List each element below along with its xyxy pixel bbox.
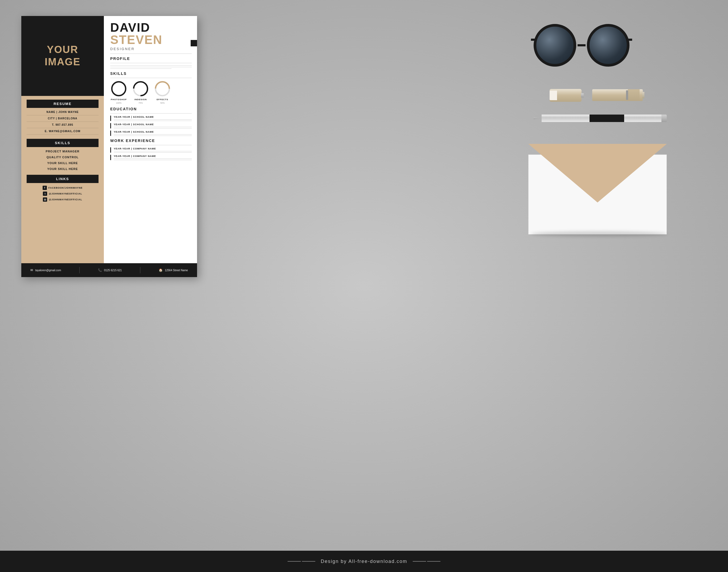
effects-circle bbox=[154, 80, 171, 97]
edu-line-1b bbox=[114, 121, 192, 121]
divider-profile bbox=[110, 63, 192, 63]
skills-section-label: SKILLS bbox=[27, 139, 98, 147]
phone-icon: 📞 bbox=[98, 268, 102, 272]
info-name: NAME | JOHN WAYNE bbox=[27, 111, 98, 115]
skill-indesign: INDESIGN 75% bbox=[132, 80, 149, 104]
sunglasses-visual bbox=[531, 19, 632, 72]
exp-content-1: YEAR-YEAR | COMPANY NAME bbox=[114, 147, 192, 153]
skill-effects: EFFECTS 50% bbox=[154, 80, 171, 104]
usb-drives bbox=[550, 88, 645, 102]
envelope-visual bbox=[528, 144, 667, 234]
skill-2: QUALITY CONTROL bbox=[21, 156, 104, 159]
effects-label: EFFECTS bbox=[157, 98, 168, 101]
edu-content-3: YEAR-YEAR | SCHOOL NAME bbox=[114, 131, 192, 136]
edu-line-3b bbox=[114, 136, 192, 136]
indesign-label: INDESIGN bbox=[135, 98, 147, 101]
skill-3: YOUR SKILL HERE bbox=[21, 161, 104, 165]
exp-line-1b bbox=[114, 152, 192, 153]
envelope bbox=[528, 144, 667, 234]
facebook-icon: f bbox=[43, 186, 47, 190]
photoshop-label: PHOTOSHOP bbox=[111, 98, 127, 101]
edu-content-2: YEAR-YEAR | SCHOOL NAME bbox=[114, 123, 192, 128]
exp-bar-2 bbox=[110, 155, 111, 160]
glasses-right-lens bbox=[587, 24, 630, 67]
footer-dash-3 bbox=[413, 561, 426, 562]
usb-connector-2 bbox=[642, 92, 644, 98]
usb-drive-1 bbox=[550, 88, 584, 102]
usb-notch bbox=[626, 90, 628, 100]
edu-bar-1 bbox=[110, 116, 111, 121]
link-twitter[interactable]: t @JOHNWAYNEOFFICIAL bbox=[27, 192, 98, 196]
info-phone: T. 987.657.895 bbox=[27, 123, 98, 128]
glasses-right-arm bbox=[628, 39, 632, 41]
footer-dashes-left bbox=[288, 561, 315, 562]
divider-edu bbox=[110, 113, 192, 114]
profile-lines bbox=[110, 65, 192, 69]
last-name: STEVEN bbox=[110, 33, 192, 46]
right-column: DAVID STEVEN DESIGNER PROFILE SKILLS PHO… bbox=[104, 16, 197, 267]
profile-line-1 bbox=[110, 65, 192, 66]
email-value: tayaloren@gmail.com bbox=[35, 269, 61, 272]
exp-content-2: YEAR-YEAR | COMPANY NAME bbox=[114, 155, 192, 160]
effects-pct: 50% bbox=[160, 102, 165, 104]
link-facebook[interactable]: f FACEBOOK/JOHNWAYNE bbox=[27, 186, 98, 190]
job-title: DESIGNER bbox=[110, 47, 192, 51]
profile-title: PROFILE bbox=[110, 57, 192, 61]
contact-address: 🏠 12564 Street Name bbox=[159, 268, 188, 272]
pen-visual bbox=[534, 115, 667, 122]
footer-dashes-right bbox=[413, 561, 440, 562]
resume-section-label: RESUME bbox=[27, 100, 98, 108]
edu-content-1: YEAR-YEAR | SCHOOL NAME bbox=[114, 116, 192, 121]
name-block: DAVID STEVEN DESIGNER bbox=[110, 21, 192, 51]
svg-point-1 bbox=[112, 82, 126, 96]
link-instagram[interactable]: ◎ @JOHNWAYNEOFFICIAL bbox=[27, 197, 98, 202]
usb-body-1 bbox=[550, 89, 581, 102]
footer-dash-1 bbox=[288, 561, 301, 562]
pen-silver-1 bbox=[542, 115, 589, 122]
edu-bar-3 bbox=[110, 131, 111, 136]
sunglasses bbox=[531, 19, 632, 77]
profile-line-3 bbox=[110, 68, 171, 69]
pen-black-band bbox=[589, 115, 624, 122]
contact-phone: 📞 0125 6215 621 bbox=[98, 268, 122, 272]
info-email: E. WAYNE@GMAIL.COM bbox=[27, 130, 98, 135]
edu-title-3: YEAR-YEAR | SCHOOL NAME bbox=[114, 131, 192, 133]
edu-bar-2 bbox=[110, 123, 111, 128]
edu-title-1: YEAR-YEAR | SCHOOL NAME bbox=[114, 116, 192, 118]
contact-divider-1 bbox=[79, 267, 80, 273]
exp-item-1: YEAR-YEAR | COMPANY NAME bbox=[110, 147, 192, 153]
usb-drive-2 bbox=[592, 88, 645, 102]
phone-value: 0125 6215 621 bbox=[104, 269, 122, 272]
indesign-circle bbox=[132, 80, 149, 97]
exp-title-2: YEAR-YEAR | COMPANY NAME bbox=[114, 155, 192, 157]
envelope-shadow bbox=[531, 231, 667, 236]
footer-text: Design by All-free-download.com bbox=[321, 559, 407, 564]
skill-1: PROJECT MANAGER bbox=[21, 150, 104, 153]
image-placeholder-text: YOUR IMAGE bbox=[45, 44, 81, 68]
decorative-square bbox=[191, 40, 197, 46]
exp-line-2a bbox=[114, 158, 192, 159]
footer-dash-2 bbox=[302, 561, 315, 562]
skills-title: SKILLS bbox=[110, 71, 192, 76]
skill-photoshop: PHOTOSHOP 100% bbox=[110, 80, 127, 104]
exp-line-2b bbox=[114, 160, 192, 160]
skill-4: YOUR SKILL HERE bbox=[21, 167, 104, 170]
footer-dash-4 bbox=[427, 561, 440, 562]
usb-connector-1 bbox=[581, 93, 584, 97]
contact-email: ✉ tayaloren@gmail.com bbox=[30, 268, 61, 272]
first-name: DAVID bbox=[110, 21, 192, 33]
address-icon: 🏠 bbox=[159, 268, 163, 272]
edu-item-3: YEAR-YEAR | SCHOOL NAME bbox=[110, 131, 192, 136]
exp-line-1a bbox=[114, 151, 192, 151]
pen-tip bbox=[534, 117, 542, 120]
left-column: YOUR IMAGE RESUME NAME | JOHN WAYNE CITY… bbox=[21, 16, 104, 277]
exp-item-2: YEAR-YEAR | COMPANY NAME bbox=[110, 155, 192, 160]
page-footer: Design by All-free-download.com bbox=[0, 551, 728, 572]
education-title: EDUCATION bbox=[110, 107, 192, 111]
edu-title-2: YEAR-YEAR | SCHOOL NAME bbox=[114, 123, 192, 126]
usb-cap-1 bbox=[550, 90, 557, 100]
envelope-flap bbox=[528, 144, 667, 203]
email-icon: ✉ bbox=[30, 268, 33, 272]
links-section-label: LINKS bbox=[27, 175, 98, 183]
twitter-handle: @JOHNWAYNEOFFICIAL bbox=[49, 192, 82, 195]
